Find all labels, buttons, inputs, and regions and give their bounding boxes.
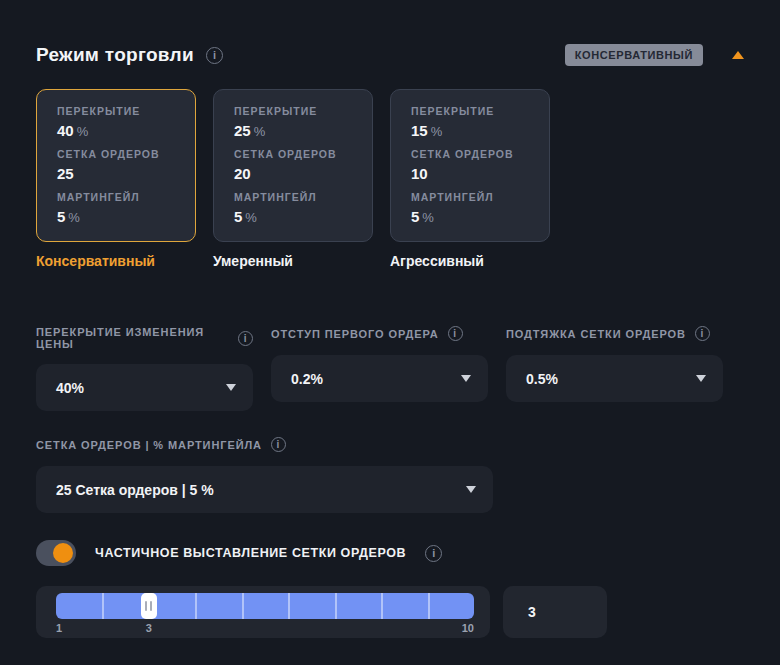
info-icon[interactable]: i (206, 47, 223, 64)
field-value: 25 (57, 165, 187, 182)
partial-grid-toggle[interactable] (36, 540, 76, 566)
slider-segment-divider (242, 593, 244, 619)
slider-track[interactable] (56, 593, 474, 619)
mode-card-moderate[interactable]: ПЕРЕКРЫТИЕ 25% СЕТКА ОРДЕРОВ 20 МАРТИНГЕ… (213, 89, 373, 242)
field-label: СЕТКА ОРДЕРОВ (234, 148, 364, 160)
first-order-indent-dropdown[interactable]: 0.2% (271, 355, 488, 402)
mode-column-moderate: ПЕРЕКРЫТИЕ 25% СЕТКА ОРДЕРОВ 20 МАРТИНГЕ… (213, 89, 373, 269)
field-label: ПЕРЕКРЫТИЕ (234, 105, 364, 117)
slider-handle[interactable] (141, 593, 157, 619)
mode-column-aggressive: ПЕРЕКРЫТИЕ 15% СЕТКА ОРДЕРОВ 10 МАРТИНГЕ… (390, 89, 550, 269)
chevron-down-icon (226, 384, 236, 391)
slider-segment-divider (195, 593, 197, 619)
slider-segment-divider (381, 593, 383, 619)
info-icon[interactable]: i (238, 331, 253, 346)
chevron-down-icon (461, 375, 471, 382)
price-overlap-dropdown[interactable]: 40% (36, 364, 253, 411)
field-label: МАРТИНГЕЙЛ (57, 191, 187, 203)
slider-segment-divider (288, 593, 290, 619)
field-value: 25% (234, 122, 364, 139)
trading-mode-panel: Режим торговли i КОНСЕРВАТИВНЫЙ ПЕРЕКРЫТ… (0, 0, 780, 638)
mode-column-conservative: ПЕРЕКРЫТИЕ 40% СЕТКА ОРДЕРОВ 25 МАРТИНГЕ… (36, 89, 196, 269)
select-grid-martingale: СЕТКА ОРДЕРОВ | % МАРТИНГЕЙЛА i 25 Сетка… (36, 437, 493, 513)
field-label: СЕТКА ОРДЕРОВ (57, 148, 187, 160)
mode-badge: КОНСЕРВАТИВНЫЙ (565, 44, 703, 66)
mode-name-aggressive: Агрессивный (390, 253, 550, 269)
slider-current-label: 3 (146, 622, 152, 634)
info-icon[interactable]: i (271, 437, 286, 452)
chevron-down-icon (696, 375, 706, 382)
header: Режим торговли i КОНСЕРВАТИВНЫЙ (36, 44, 744, 66)
mode-name-moderate: Умеренный (213, 253, 373, 269)
select-grid-pullup: ПОДТЯЖКА СЕТКИ ОРДЕРОВ i 0.5% (506, 326, 723, 411)
mode-card-conservative[interactable]: ПЕРЕКРЫТИЕ 40% СЕТКА ОРДЕРОВ 25 МАРТИНГЕ… (36, 89, 196, 242)
slider-segment-divider (335, 593, 337, 619)
toggle-knob (53, 543, 73, 563)
field-value: 40% (57, 122, 187, 139)
slider-segment-divider (102, 593, 104, 619)
field-value: 20 (234, 165, 364, 182)
partial-grid-label: ЧАСТИЧНОЕ ВЫСТАВЛЕНИЕ СЕТКИ ОРДЕРОВ (95, 546, 406, 560)
field-value: 10 (411, 165, 541, 182)
select-price-overlap: ПЕРЕКРЫТИЕ ИЗМЕНЕНИЯ ЦЕНЫ i 40% (36, 326, 253, 411)
mode-card-aggressive[interactable]: ПЕРЕКРЫТИЕ 15% СЕТКА ОРДЕРОВ 10 МАРТИНГЕ… (390, 89, 550, 242)
chevron-down-icon (466, 486, 476, 493)
select-value: 0.5% (526, 371, 558, 387)
field-label: МАРТИНГЕЙЛ (234, 191, 364, 203)
select-label: ПОДТЯЖКА СЕТКИ ОРДЕРОВ (506, 328, 686, 340)
select-label: ПЕРЕКРЫТИЕ ИЗМЕНЕНИЯ ЦЕНЫ (36, 326, 229, 350)
select-value: 0.2% (291, 371, 323, 387)
mode-name-conservative: Консервативный (36, 253, 196, 269)
mode-cards: ПЕРЕКРЫТИЕ 40% СЕТКА ОРДЕРОВ 25 МАРТИНГЕ… (36, 89, 744, 269)
info-icon[interactable]: i (425, 545, 442, 562)
settings-selects-row: ПЕРЕКРЫТИЕ ИЗМЕНЕНИЯ ЦЕНЫ i 40% ОТСТУП П… (36, 326, 744, 411)
select-label: ОТСТУП ПЕРВОГО ОРДЕРА (271, 328, 439, 340)
select-value: 40% (56, 380, 84, 396)
slider-segment-divider (428, 593, 430, 619)
info-icon[interactable]: i (695, 326, 710, 341)
field-label: ПЕРЕКРЫТИЕ (411, 105, 541, 117)
field-value: 5% (234, 208, 364, 225)
field-value: 5% (57, 208, 187, 225)
info-icon[interactable]: i (448, 326, 463, 341)
order-grid-slider[interactable]: 1 3 10 (36, 586, 490, 638)
field-value: 15% (411, 122, 541, 139)
field-label: ПЕРЕКРЫТИЕ (57, 105, 187, 117)
slider-max-label: 10 (462, 622, 474, 634)
grid-pullup-dropdown[interactable]: 0.5% (506, 355, 723, 402)
field-value: 5% (411, 208, 541, 225)
slider-value-field[interactable]: 3 (503, 586, 607, 638)
slider-min-label: 1 (56, 622, 62, 634)
select-value: 25 Сетка ордеров | 5 % (56, 482, 214, 498)
partial-grid-row: ЧАСТИЧНОЕ ВЫСТАВЛЕНИЕ СЕТКИ ОРДЕРОВ i (36, 540, 744, 566)
grid-martingale-dropdown[interactable]: 25 Сетка ордеров | 5 % (36, 466, 493, 513)
slider-row: 1 3 10 3 (36, 586, 744, 638)
slider-scale: 1 3 10 (56, 622, 474, 634)
select-first-order-indent: ОТСТУП ПЕРВОГО ОРДЕРА i 0.2% (271, 326, 488, 411)
field-label: СЕТКА ОРДЕРОВ (411, 148, 541, 160)
page-title: Режим торговли (36, 44, 194, 66)
collapse-chevron-up-icon[interactable] (732, 51, 744, 59)
field-label: МАРТИНГЕЙЛ (411, 191, 541, 203)
select-label: СЕТКА ОРДЕРОВ | % МАРТИНГЕЙЛА (36, 439, 262, 451)
